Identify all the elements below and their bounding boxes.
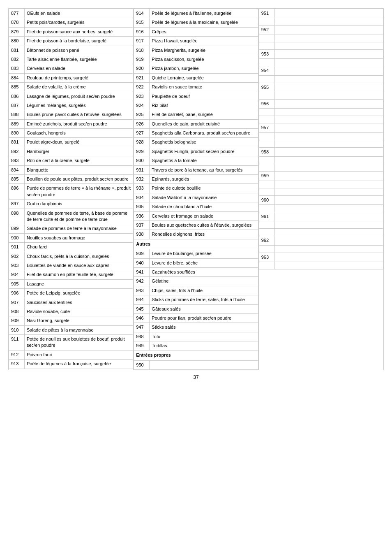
row-item: Filet de carrelet, pané, surgelé <box>150 110 258 119</box>
row-item: Quenelles de pommes de terre, à base de … <box>25 209 133 224</box>
row-number <box>259 42 274 49</box>
table-row: 878Petits pois/carottes, surgelés <box>9 18 133 27</box>
row-item <box>274 42 383 49</box>
row-item: Hamburger <box>25 147 133 156</box>
table-row: 885Salade de volaille, à la crème <box>9 83 133 92</box>
table-row: 961 <box>259 212 383 221</box>
row-number: 915 <box>134 18 150 27</box>
column-1: 877OEufs en salade878Petits pois/carotte… <box>8 8 134 370</box>
table-row: 880Filet de poisson à la bordelaise, sur… <box>9 37 133 46</box>
row-number: 940 <box>134 258 150 267</box>
table-row: 960 <box>259 195 383 204</box>
row-number: 932 <box>134 175 150 184</box>
table-row: 908Raviole souabe, cuite <box>9 307 133 316</box>
column-2: 914Poêle de légumes à l'italienne, surge… <box>134 8 258 370</box>
row-item <box>274 262 383 269</box>
table-row: 894Blanquette <box>9 165 133 174</box>
table-row <box>259 157 383 164</box>
table-row: 951 <box>259 9 383 18</box>
row-item: Chips, salés, frits à l'huile <box>150 286 258 295</box>
table-row: 942Gélatine <box>134 277 258 286</box>
row-item <box>274 109 383 116</box>
row-number: 912 <box>9 350 25 359</box>
row-item <box>274 83 383 92</box>
row-number: 926 <box>134 119 150 128</box>
row-item: Tortillas <box>150 341 258 350</box>
table-row: 953 <box>259 49 383 58</box>
row-number: 922 <box>134 83 150 92</box>
row-number: 886 <box>9 92 25 101</box>
row-number: 880 <box>9 37 25 46</box>
row-item: Poivron farci <box>25 350 133 359</box>
table-row: 913Poêle de légumes à la française, surg… <box>9 360 133 369</box>
table-row: 924Riz pilaf <box>134 101 258 110</box>
table-row: 883Cervelas en salade <box>9 64 133 73</box>
table-row: 911Potée de nouilles aux boulettes de bo… <box>9 335 133 350</box>
row-number <box>259 188 274 195</box>
row-item: Salade de pâtes à la mayonnaise <box>25 325 133 334</box>
table-row: 935Salade de chou blanc à l'huile <box>134 202 258 211</box>
row-number <box>259 181 274 188</box>
table-row <box>259 181 383 188</box>
row-number: 909 <box>9 316 25 325</box>
row-item: Filet de poisson à la bordelaise, surgel… <box>25 37 133 46</box>
row-number: 928 <box>134 138 150 147</box>
columns-wrapper: 877OEufs en salade878Petits pois/carotte… <box>8 8 384 370</box>
row-item <box>274 116 383 123</box>
row-item <box>274 164 383 172</box>
row-item <box>274 35 383 42</box>
row-number: 947 <box>134 323 150 332</box>
table-row: 930Spaghettis à la tomate <box>134 156 258 165</box>
row-item <box>274 66 383 75</box>
row-number: 945 <box>134 304 150 313</box>
row-number <box>259 221 274 229</box>
row-item: Potée de nouilles aux boulettes de boeuf… <box>25 335 133 350</box>
row-number: 890 <box>9 129 25 138</box>
row-item <box>274 253 383 262</box>
row-number <box>259 109 274 116</box>
table-row <box>259 116 383 123</box>
table-row: 888Boules prune-pavot cuites à l'étuvée,… <box>9 110 133 119</box>
row-number <box>259 229 274 236</box>
table-row: 947Sticks salés <box>134 323 258 332</box>
table-row: 933Pointe de culotte bouillie <box>134 184 258 193</box>
row-number: 911 <box>9 335 25 350</box>
row-number: 943 <box>134 286 150 295</box>
row-number: 944 <box>134 295 150 304</box>
row-number: 897 <box>9 200 25 209</box>
row-number: 961 <box>259 212 274 221</box>
table-row <box>259 18 383 26</box>
row-item: Cervelas et fromage en salade <box>150 211 258 220</box>
row-number: 955 <box>259 83 274 92</box>
row-item: Salade de pommes de terre à la mayonnais… <box>25 224 133 233</box>
row-number <box>259 92 274 99</box>
table-row <box>259 59 383 66</box>
table-row: 944Sticks de pommes de terre, salés, fri… <box>134 295 258 304</box>
row-number: 954 <box>259 66 274 75</box>
row-number: 896 <box>9 184 25 200</box>
row-number: 950 <box>134 360 150 369</box>
row-item: Quiche Lorraine, surgelée <box>150 73 258 82</box>
table-row <box>259 132 383 140</box>
row-item: Spaghettis alla Carbonara, produit sec/e… <box>150 129 258 138</box>
row-number: 899 <box>9 224 25 233</box>
row-item <box>274 221 383 229</box>
row-item: Cervelas en salade <box>25 64 133 73</box>
row-item: Pizza saucisson, surgelée <box>150 55 258 64</box>
table-row: 927Spaghettis alla Carbonara, produit se… <box>134 129 258 138</box>
row-number <box>259 164 274 172</box>
row-number: 907 <box>9 298 25 307</box>
row-number <box>259 75 274 83</box>
row-item <box>274 245 383 253</box>
row-item: Salade de volaille, à la crème <box>25 83 133 92</box>
row-item: Nouilles souabes au fromage <box>25 233 133 242</box>
table-row <box>259 229 383 236</box>
table-row: 922Raviolis en sauce tomate <box>134 83 258 92</box>
row-item <box>274 236 383 245</box>
table-row: 917Pizza Hawaii, surgelée <box>134 37 258 46</box>
row-number: 884 <box>9 73 25 82</box>
row-number: 935 <box>134 202 150 211</box>
table-row <box>259 109 383 116</box>
row-item: Salade Waldorf à la mayonnaise <box>150 193 258 202</box>
row-item <box>274 132 383 140</box>
